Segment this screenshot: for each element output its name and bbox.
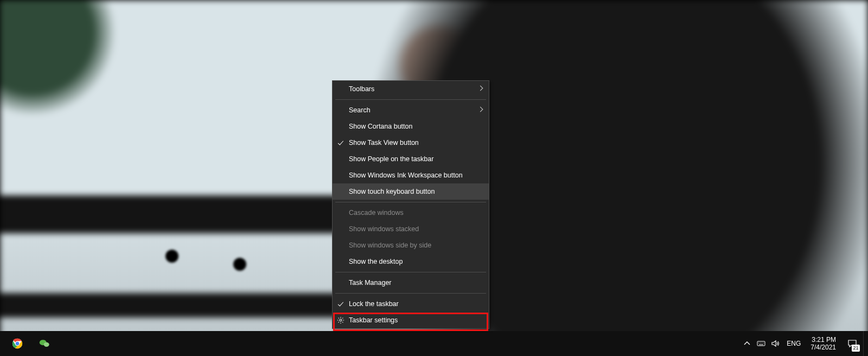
menu-item-label: Show touch keyboard button bbox=[349, 188, 435, 195]
menu-item-label: Toolbars bbox=[349, 85, 374, 93]
chevron-up-icon bbox=[743, 339, 751, 348]
keyboard-icon bbox=[757, 339, 765, 348]
menu-item-show-cortana[interactable]: Show Cortana button bbox=[333, 118, 489, 135]
wechat-icon bbox=[39, 338, 50, 349]
menu-item-task-manager[interactable]: Task Manager bbox=[333, 275, 489, 291]
chevron-right-icon bbox=[479, 107, 482, 113]
menu-item-label: Show windows stacked bbox=[349, 225, 419, 233]
wallpaper-detail bbox=[165, 250, 178, 263]
menu-item-label: Lock the taskbar bbox=[349, 300, 399, 308]
taskbar-context-menu: Toolbars Search Show Cortana button Show… bbox=[332, 80, 489, 329]
tray-action-center[interactable]: 21 bbox=[841, 331, 863, 356]
svg-rect-6 bbox=[757, 341, 765, 346]
taskbar[interactable]: ENG 3:21 PM 7/4/2021 21 bbox=[0, 331, 868, 356]
menu-item-show-stacked: Show windows stacked bbox=[333, 221, 489, 237]
check-icon bbox=[337, 139, 344, 147]
show-desktop-button[interactable] bbox=[863, 331, 867, 356]
taskbar-app-chrome[interactable] bbox=[4, 331, 30, 356]
check-icon bbox=[337, 300, 344, 308]
language-label: ENG bbox=[787, 340, 801, 347]
menu-item-label: Taskbar settings bbox=[349, 316, 398, 324]
menu-item-search[interactable]: Search bbox=[333, 102, 489, 118]
menu-separator bbox=[335, 202, 486, 202]
clock-time: 3:21 PM bbox=[812, 336, 836, 344]
gear-icon bbox=[337, 316, 344, 324]
menu-separator bbox=[335, 293, 486, 294]
menu-item-cascade-windows: Cascade windows bbox=[333, 205, 489, 221]
menu-item-show-people[interactable]: Show People on the taskbar bbox=[333, 151, 489, 167]
menu-item-toolbars[interactable]: Toolbars bbox=[333, 81, 489, 97]
tray-language[interactable]: ENG bbox=[782, 331, 805, 356]
menu-item-show-ink-workspace[interactable]: Show Windows Ink Workspace button bbox=[333, 167, 489, 183]
svg-point-0 bbox=[340, 319, 342, 321]
menu-separator bbox=[335, 272, 486, 272]
menu-separator bbox=[335, 99, 486, 100]
menu-item-taskbar-settings[interactable]: Taskbar settings bbox=[333, 312, 489, 328]
taskbar-tray: ENG 3:21 PM 7/4/2021 21 bbox=[740, 331, 868, 356]
wallpaper-detail bbox=[233, 258, 246, 271]
menu-item-label: Cascade windows bbox=[349, 209, 404, 217]
menu-item-label: Show Windows Ink Workspace button bbox=[349, 171, 463, 179]
tray-touch-keyboard[interactable] bbox=[754, 331, 768, 356]
menu-item-label: Task Manager bbox=[349, 279, 392, 287]
menu-item-label: Show windows side by side bbox=[349, 241, 431, 249]
clock-date: 7/4/2021 bbox=[810, 344, 836, 351]
menu-item-show-task-view[interactable]: Show Task View button bbox=[333, 135, 489, 151]
menu-item-show-desktop[interactable]: Show the desktop bbox=[333, 253, 489, 270]
menu-item-show-touch-keyboard[interactable]: Show touch keyboard button bbox=[333, 183, 489, 200]
taskbar-app-wechat[interactable] bbox=[31, 331, 58, 356]
tray-overflow-button[interactable] bbox=[740, 331, 754, 356]
menu-item-label: Show Cortana button bbox=[349, 123, 412, 130]
svg-point-5 bbox=[44, 342, 49, 347]
menu-item-label: Show Task View button bbox=[349, 139, 419, 147]
chrome-icon bbox=[11, 338, 23, 349]
speaker-icon bbox=[771, 339, 780, 348]
taskbar-pinned-area bbox=[0, 331, 58, 356]
menu-item-label: Search bbox=[349, 106, 371, 114]
notification-badge: 21 bbox=[852, 345, 860, 352]
chevron-right-icon bbox=[479, 86, 482, 92]
tray-clock[interactable]: 3:21 PM 7/4/2021 bbox=[805, 331, 841, 356]
menu-item-label: Show the desktop bbox=[349, 258, 403, 265]
menu-item-label: Show People on the taskbar bbox=[349, 155, 433, 163]
menu-item-show-side-by-side: Show windows side by side bbox=[333, 237, 489, 253]
menu-item-lock-taskbar[interactable]: Lock the taskbar bbox=[333, 296, 489, 312]
tray-volume[interactable] bbox=[768, 331, 782, 356]
